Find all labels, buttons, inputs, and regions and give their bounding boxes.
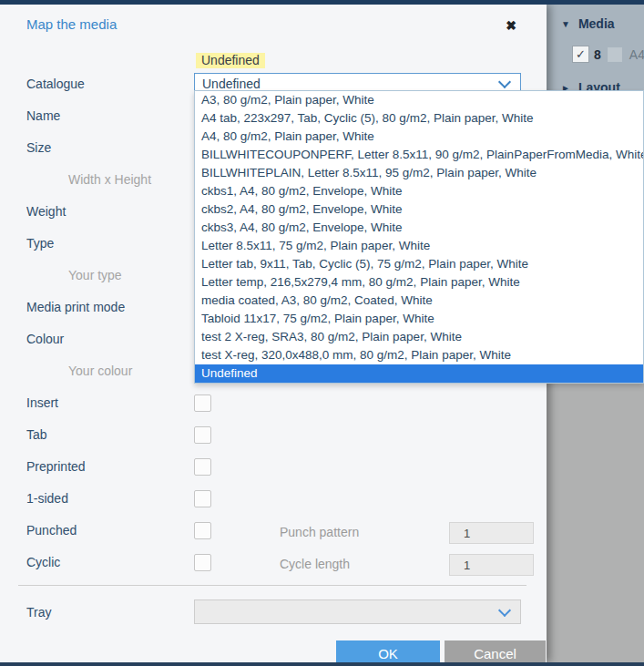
- collapse-triangle-icon: ▼: [561, 19, 570, 29]
- media-checkbox-checked[interactable]: ✓: [572, 46, 589, 63]
- form-label: Catalogue: [0, 67, 194, 99]
- form-label-text: Media print mode: [26, 300, 125, 314]
- form-label: Insert: [0, 386, 194, 418]
- form-label-text: Your colour: [68, 364, 132, 378]
- media-checkbox-unchecked[interactable]: [608, 47, 622, 62]
- form-label-text: Punched: [26, 523, 77, 538]
- catalogue-hint: Undefined: [196, 53, 265, 68]
- media-size-label: A4: [629, 47, 644, 62]
- catalogue-dropdown-list: A3, 80 g/m2, Plain paper, WhiteA4 tab, 2…: [194, 90, 644, 384]
- form-label-text: Name: [26, 108, 60, 123]
- cycle-length-label: Cycle length: [280, 548, 350, 579]
- form-label: Cyclic: [0, 546, 194, 578]
- divider: [18, 585, 526, 586]
- form-label: 1-sided: [0, 482, 194, 514]
- media-settings-row: ✓ 8 A4: [572, 46, 644, 63]
- dropdown-option[interactable]: A3, 80 g/m2, Plain paper, White: [195, 91, 643, 109]
- form-label-text: Width x Height: [68, 172, 151, 187]
- tab-checkbox[interactable]: [194, 426, 211, 444]
- form-label-text: Size: [26, 140, 51, 155]
- one-sided-checkbox[interactable]: [194, 490, 211, 507]
- form-label: Weight: [0, 195, 194, 227]
- form-label: Width x Height: [0, 163, 194, 195]
- dropdown-option[interactable]: Letter temp, 216,5x279,4 mm, 80 g/m2, Pl…: [195, 273, 643, 292]
- chevron-down-icon: [498, 603, 511, 616]
- form-label: Type: [0, 227, 194, 259]
- form-label-text: Cyclic: [26, 555, 60, 569]
- media-section-title: Media: [578, 16, 615, 31]
- form-label-text: Insert: [26, 395, 58, 410]
- preprinted-checkbox[interactable]: [194, 458, 211, 476]
- dropdown-option[interactable]: Letter tab, 9x11, Tab, Cyclic (5), 75 g/…: [195, 255, 643, 273]
- top-strip: [0, 0, 644, 5]
- media-section-header[interactable]: ▼ Media: [561, 16, 615, 31]
- dropdown-option[interactable]: A4 tab, 223x297, Tab, Cyclic (5), 80 g/m…: [195, 109, 643, 128]
- form-label: Media print mode: [0, 291, 194, 323]
- form-label: Punched: [0, 514, 194, 546]
- form-label-text: Preprinted: [26, 459, 86, 474]
- form-label-text: 1-sided: [26, 491, 68, 506]
- form-label-column: Catalogue Name Size Width x Height Weigh…: [0, 67, 194, 578]
- dropdown-option[interactable]: Undefined: [195, 364, 643, 383]
- dropdown-option[interactable]: media coated, A3, 80 g/m2, Coated, White: [195, 292, 643, 310]
- insert-checkbox[interactable]: [194, 394, 211, 412]
- dropdown-option[interactable]: BILLWHITECOUPONPERF, Letter 8.5x11, 90 g…: [195, 146, 643, 164]
- dropdown-option[interactable]: A4, 80 g/m2, Plain paper, White: [195, 128, 643, 146]
- screen: ▼ Media ✓ 8 A4 ► Layout Map the media ✖ …: [0, 0, 644, 666]
- dropdown-option[interactable]: BILLWHITEPLAIN, Letter 8.5x11, 95 g/m2, …: [195, 164, 643, 182]
- media-count: 8: [594, 47, 601, 62]
- form-label-text: Weight: [26, 204, 66, 219]
- dropdown-option[interactable]: Letter 8.5x11, 75 g/m2, Plain paper, Whi…: [195, 237, 643, 255]
- form-label-text: Tab: [26, 427, 47, 442]
- dialog-title: Map the media: [26, 16, 117, 32]
- tray-label: Tray: [26, 596, 51, 628]
- form-label-text: Your type: [68, 268, 122, 282]
- form-label: Tab: [0, 418, 194, 450]
- catalogue-select-value: Undefined: [202, 77, 261, 91]
- form-label-text: Type: [26, 236, 54, 251]
- dropdown-option[interactable]: test X-reg, 320,0x488,0 mm, 80 g/m2, Pla…: [195, 346, 643, 364]
- form-label-text: Colour: [26, 332, 64, 346]
- form-label: Your type: [0, 259, 194, 291]
- punched-checkbox[interactable]: [194, 522, 211, 539]
- dropdown-option[interactable]: ckbs1, A4, 80 g/m2, Envelope, White: [195, 182, 643, 200]
- form-label: Size: [0, 131, 194, 163]
- punch-pattern-input[interactable]: [449, 522, 534, 544]
- form-label-text: Catalogue: [26, 77, 85, 91]
- dropdown-option[interactable]: ckbs3, A4, 80 g/m2, Envelope, White: [195, 219, 643, 237]
- form-label: Your colour: [0, 354, 194, 386]
- dropdown-option[interactable]: ckbs2, A4, 80 g/m2, Envelope, White: [195, 200, 643, 219]
- form-label: Colour: [0, 323, 194, 354]
- punch-pattern-label: Punch pattern: [280, 516, 359, 548]
- dropdown-option[interactable]: Tabloid 11x17, 75 g/m2, Plain paper, Whi…: [195, 310, 643, 328]
- form-label: Name: [0, 99, 194, 131]
- close-icon[interactable]: ✖: [506, 19, 516, 32]
- chevron-down-icon: [498, 75, 511, 87]
- cyclic-checkbox[interactable]: [194, 554, 211, 571]
- dropdown-option[interactable]: test 2 X-reg, SRA3, 80 g/m2, Plain paper…: [195, 328, 643, 346]
- cycle-length-input[interactable]: [449, 554, 534, 576]
- bottom-strip: [0, 662, 644, 666]
- tray-select[interactable]: [194, 599, 521, 624]
- form-label: Preprinted: [0, 450, 194, 482]
